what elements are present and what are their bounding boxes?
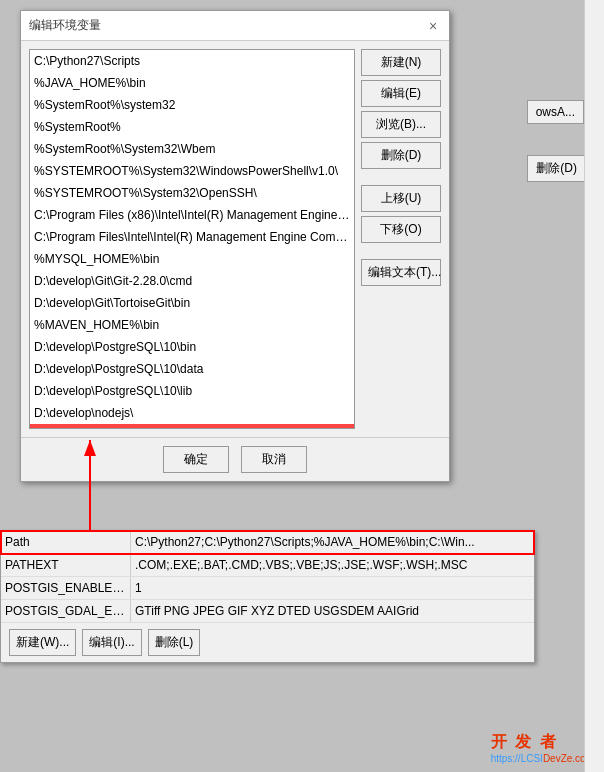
env-cell-name: Path [1, 531, 131, 553]
path-item[interactable]: %MAVEN_HOME%\bin [30, 314, 354, 336]
watermark-line1: 开 发 者 [491, 732, 594, 753]
right-delete-button-partial[interactable]: 删除(D) [527, 155, 586, 182]
right-panel-partial: owsA... [527, 100, 584, 124]
env-cell-value: 1 [131, 577, 534, 599]
env-cell-value: C:\Python27;C:\Python27\Scripts;%JAVA_HO… [131, 531, 534, 553]
path-item[interactable]: %SystemRoot%\System32\Wbem [30, 138, 354, 160]
path-item[interactable]: %SystemRoot%\system32 [30, 94, 354, 116]
env-cell-name: PATHEXT [1, 554, 131, 576]
path-item[interactable]: %SYSTEMROOT%\System32\WindowsPowerShell\… [30, 160, 354, 182]
path-item[interactable]: %SYSTEMROOT%\System32\OpenSSH\ [30, 182, 354, 204]
env-table-row[interactable]: POSTGIS_GDAL_ENABLED...GTiff PNG JPEG GI… [1, 600, 534, 623]
path-list: C:\Python27\Scripts%JAVA_HOME%\bin%Syste… [30, 50, 354, 429]
watermark: 开 发 者 https://LCSIDevZe.coM [491, 732, 594, 764]
move-up-button[interactable]: 上移(U) [361, 185, 441, 212]
path-item[interactable]: D:\develop\nodejs\ [30, 402, 354, 424]
path-item[interactable]: %SystemRoot% [30, 116, 354, 138]
right-panel-text: owsA... [536, 105, 575, 119]
dialog-content: C:\Python27\Scripts%JAVA_HOME%\bin%Syste… [21, 41, 449, 437]
delete-button[interactable]: 删除(D) [361, 142, 441, 169]
path-item[interactable]: D:\develop\PostgreSQL\10\lib [30, 380, 354, 402]
edit-button[interactable]: 编辑(E) [361, 80, 441, 107]
ok-button[interactable]: 确定 [163, 446, 229, 473]
env-table-row[interactable]: PathC:\Python27;C:\Python27\Scripts;%JAV… [1, 531, 534, 554]
env-new-button[interactable]: 新建(W)... [9, 629, 76, 656]
path-item[interactable]: C:\Python27\Scripts [30, 50, 354, 72]
watermark-part2: https://LCSI [491, 753, 543, 764]
path-item[interactable]: %MYSQL_HOME%\bin [30, 248, 354, 270]
env-delete-button[interactable]: 删除(L) [148, 629, 201, 656]
dialog-title-bar: 编辑环境变量 × [21, 11, 449, 41]
path-item[interactable]: %JAVA_HOME%\bin [30, 72, 354, 94]
env-edit-button[interactable]: 编辑(I)... [82, 629, 141, 656]
env-table-area: PathC:\Python27;C:\Python27\Scripts;%JAV… [0, 530, 535, 663]
env-table-footer: 新建(W)... 编辑(I)... 删除(L) [1, 623, 534, 662]
edit-env-dialog: 编辑环境变量 × C:\Python27\Scripts%JAVA_HOME%\… [20, 10, 450, 482]
env-rows-container: PathC:\Python27;C:\Python27\Scripts;%JAV… [1, 531, 534, 623]
dialog-footer: 确定 取消 [21, 437, 449, 481]
path-item[interactable]: C:\Program Files\Intel\Intel(R) Manageme… [30, 226, 354, 248]
path-list-container[interactable]: C:\Python27\Scripts%JAVA_HOME%\bin%Syste… [29, 49, 355, 429]
env-cell-value: GTiff PNG JPEG GIF XYZ DTED USGSDEM AAIG… [131, 600, 534, 622]
move-down-button[interactable]: 下移(O) [361, 216, 441, 243]
watermark-line2: https://LCSIDevZe.coM [491, 753, 594, 764]
close-button[interactable]: × [425, 18, 441, 34]
dialog-title: 编辑环境变量 [29, 17, 101, 34]
cancel-button[interactable]: 取消 [241, 446, 307, 473]
env-cell-name: POSTGIS_ENABLE_OUTDB... [1, 577, 131, 599]
path-item[interactable]: D:\develop\PostgreSQL\10\data [30, 358, 354, 380]
new-button[interactable]: 新建(N) [361, 49, 441, 76]
path-item[interactable]: C:\Program Files (x86)\Intel\Intel(R) Ma… [30, 204, 354, 226]
env-table-row[interactable]: POSTGIS_ENABLE_OUTDB...1 [1, 577, 534, 600]
path-item[interactable]: D:\develop\PostgreSQL\10\bin [30, 336, 354, 358]
edit-text-button[interactable]: 编辑文本(T)... [361, 259, 441, 286]
browse-button[interactable]: 浏览(B)... [361, 111, 441, 138]
env-cell-name: POSTGIS_GDAL_ENABLED... [1, 600, 131, 622]
path-item[interactable]: D:\develop\Git\TortoiseGit\bin [30, 292, 354, 314]
path-item[interactable]: D:\develop\Git\Git-2.28.0\cmd [30, 270, 354, 292]
env-cell-value: .COM;.EXE;.BAT;.CMD;.VBS;.VBE;JS;.JSE;.W… [131, 554, 534, 576]
right-button-column: 新建(N) 编辑(E) 浏览(B)... 删除(D) 上移(U) 下移(O) 编… [361, 49, 441, 429]
background-scrollbar[interactable] [584, 0, 604, 772]
path-item[interactable]: D:\develop\nodejs\node_modules [30, 424, 354, 429]
env-table-row[interactable]: PATHEXT.COM;.EXE;.BAT;.CMD;.VBS;.VBE;JS;… [1, 554, 534, 577]
